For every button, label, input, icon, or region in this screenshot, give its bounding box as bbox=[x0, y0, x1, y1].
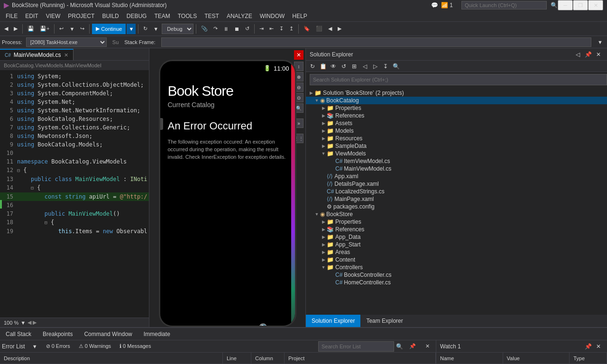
bookmark3[interactable]: ◀ bbox=[326, 23, 334, 35]
phone-power-button[interactable] bbox=[160, 118, 163, 130]
tree-bookcatalog[interactable]: ▼ ◉ BookCatalog bbox=[306, 97, 607, 104]
se-expand-button[interactable]: ↧ bbox=[381, 62, 390, 71]
continue-dropdown[interactable]: ▼ bbox=[127, 24, 136, 34]
tree-assets[interactable]: ▶ 📁 Assets bbox=[306, 119, 607, 127]
menu-build[interactable]: BUILD bbox=[98, 10, 122, 22]
tree-bs-properties[interactable]: ▶ 📁 Properties bbox=[306, 218, 607, 226]
tree-itemviewmodel[interactable]: C# ItemViewModel.cs bbox=[306, 157, 607, 165]
tree-detailspage[interactable]: ⟨/⟩ DetailsPage.xaml bbox=[306, 180, 607, 188]
menu-file[interactable]: FILE bbox=[2, 10, 21, 22]
phone-home-button[interactable]: ⊞ bbox=[222, 323, 230, 327]
menu-debug[interactable]: DEBUG bbox=[123, 10, 151, 22]
editor-tab-mainviewmodel[interactable]: C# MainViewModel.cs ✕ bbox=[0, 49, 74, 60]
search-area[interactable]: 🔍 bbox=[461, 1, 558, 9]
stack-frame-input[interactable] bbox=[161, 37, 591, 47]
continue-button[interactable]: ▶ Continue bbox=[92, 24, 126, 34]
undo-dropdown[interactable]: ▼ bbox=[67, 23, 77, 35]
se-footer-tab-solution[interactable]: Solution Explorer bbox=[306, 315, 360, 327]
zoom-dropdown[interactable]: ▼ bbox=[20, 320, 26, 326]
forward-button[interactable]: ▶ bbox=[11, 23, 20, 35]
tree-mainviewmodel[interactable]: C# MainViewModel.cs bbox=[306, 165, 607, 173]
frame-dropdown[interactable]: ▼ bbox=[595, 36, 605, 48]
debug-nav3[interactable]: ↧ bbox=[277, 23, 286, 35]
menu-view[interactable]: VIEW bbox=[42, 10, 64, 22]
save-button[interactable]: 💾 bbox=[25, 23, 37, 35]
error-filter-dropdown[interactable]: ▼ bbox=[28, 341, 42, 352]
se-nav-button[interactable]: ◁ bbox=[360, 62, 369, 71]
tree-app-data[interactable]: ▶ 📁 App_Data bbox=[306, 233, 607, 241]
pause-button[interactable]: ⏸ bbox=[221, 23, 231, 35]
se-properties-button[interactable]: 📋 bbox=[318, 62, 328, 71]
menu-edit[interactable]: EDIT bbox=[21, 10, 42, 22]
se-pin-button[interactable]: 📌 bbox=[583, 50, 593, 59]
refresh-dropdown[interactable]: ▼ bbox=[151, 23, 161, 35]
tree-content[interactable]: ▶ 📁 Content bbox=[306, 256, 607, 264]
tree-resources[interactable]: ▶ 📁 Resources bbox=[306, 135, 607, 142]
bookmark4[interactable]: ▶ bbox=[335, 23, 344, 35]
debug-target-select[interactable]: Debug bbox=[162, 24, 193, 34]
menu-tools[interactable]: TOOLS bbox=[174, 10, 201, 22]
phone-close-button[interactable]: ✕ bbox=[294, 50, 304, 60]
tree-solution[interactable]: ▶ 📁 Solution 'BookStore' (2 projects) bbox=[306, 89, 607, 97]
se-refresh-button[interactable]: ↺ bbox=[339, 62, 349, 71]
phone-back-button[interactable]: ← bbox=[184, 323, 194, 327]
undo-button[interactable]: ↩ bbox=[57, 23, 66, 35]
solution-explorer-search[interactable] bbox=[310, 74, 607, 85]
attach-button[interactable]: 📎 bbox=[199, 23, 210, 35]
window-controls[interactable]: ─ ❐ ✕ bbox=[558, 0, 603, 10]
menu-test[interactable]: TEST bbox=[201, 10, 223, 22]
tree-appxaml[interactable]: ⟨/⟩ App.xaml bbox=[306, 173, 607, 180]
stop-button[interactable]: ⏹ bbox=[232, 23, 242, 35]
tab-close-button[interactable]: ✕ bbox=[64, 52, 68, 58]
watch-pin-button[interactable]: 📌 bbox=[583, 342, 593, 351]
code-editor[interactable]: 1using System; 2using System.Collections… bbox=[0, 70, 149, 318]
tree-localizedstrings[interactable]: C# LocalizedStrings.cs bbox=[306, 188, 607, 195]
menu-help[interactable]: HELP bbox=[288, 10, 311, 22]
el-pin-button[interactable]: 📌 bbox=[405, 341, 420, 352]
debug-nav2[interactable]: ⇤ bbox=[267, 23, 276, 35]
tree-references[interactable]: ▶ 📚 References bbox=[306, 112, 607, 119]
bookmark2[interactable]: ⬛ bbox=[313, 23, 325, 35]
tab-breakpoints[interactable]: Breakpoints bbox=[37, 328, 78, 340]
se-close-button[interactable]: ✕ bbox=[594, 50, 603, 59]
phone-search-button[interactable]: 🔍 bbox=[258, 323, 271, 327]
close-button[interactable]: ✕ bbox=[588, 0, 603, 10]
tree-mainpage[interactable]: ⟨/⟩ MainPage.xaml bbox=[306, 195, 607, 203]
redo-button[interactable]: ↪ bbox=[78, 23, 87, 35]
process-select[interactable]: [2080] TaskHost.exe bbox=[26, 37, 107, 47]
minimize-button[interactable]: ─ bbox=[558, 0, 573, 10]
menu-analyze[interactable]: ANALYZE bbox=[223, 10, 256, 22]
step-over-button[interactable]: ↷ bbox=[211, 23, 220, 35]
tree-bs-references[interactable]: ▶ 📚 References bbox=[306, 226, 607, 233]
tab-call-stack[interactable]: Call Stack bbox=[0, 328, 37, 340]
tab-command-window[interactable]: Command Window bbox=[78, 328, 138, 340]
refresh-button[interactable]: ↻ bbox=[141, 23, 150, 35]
back-button[interactable]: ◀ bbox=[2, 23, 10, 35]
se-show-all-button[interactable]: 👁 bbox=[329, 62, 338, 71]
tree-areas[interactable]: ▶ 📁 Areas bbox=[306, 248, 607, 256]
menu-project[interactable]: PROJECT bbox=[64, 10, 98, 22]
tree-packages[interactable]: ⚙ packages.config bbox=[306, 203, 607, 210]
messages-filter-button[interactable]: ℹ 0 Messages bbox=[115, 341, 155, 352]
errors-filter-button[interactable]: ⊘ 0 Errors bbox=[42, 341, 74, 352]
se-sync-button[interactable]: ↻ bbox=[308, 62, 317, 71]
se-footer-tab-team[interactable]: Team Explorer bbox=[360, 315, 408, 327]
restore-button[interactable]: ❐ bbox=[573, 0, 588, 10]
tree-properties[interactable]: ▶ 📁 Properties bbox=[306, 104, 607, 112]
menu-team[interactable]: TEAM bbox=[150, 10, 174, 22]
watch-close-button[interactable]: ✕ bbox=[594, 342, 603, 351]
tree-models[interactable]: ▶ 📁 Models bbox=[306, 127, 607, 135]
se-search-button[interactable]: 🔍 bbox=[391, 62, 401, 71]
restart-button[interactable]: ↺ bbox=[243, 23, 252, 35]
debug-nav4[interactable]: ↥ bbox=[287, 23, 296, 35]
se-nav2-button[interactable]: ▷ bbox=[370, 62, 380, 71]
tree-sampledata[interactable]: ▶ 📁 SampleData bbox=[306, 142, 607, 150]
tree-app-start[interactable]: ▶ 📁 App_Start bbox=[306, 241, 607, 248]
menu-window[interactable]: WINDOW bbox=[256, 10, 289, 22]
error-list-search[interactable] bbox=[318, 341, 394, 352]
se-filter-button[interactable]: ⊞ bbox=[349, 62, 359, 71]
el-close-button[interactable]: ✕ bbox=[421, 341, 434, 352]
tree-viewmodels[interactable]: ▼ 📁 ViewModels bbox=[306, 150, 607, 157]
se-collapse-button[interactable]: ◁ bbox=[573, 50, 582, 59]
warnings-filter-button[interactable]: ⚠ 0 Warnings bbox=[74, 341, 115, 352]
